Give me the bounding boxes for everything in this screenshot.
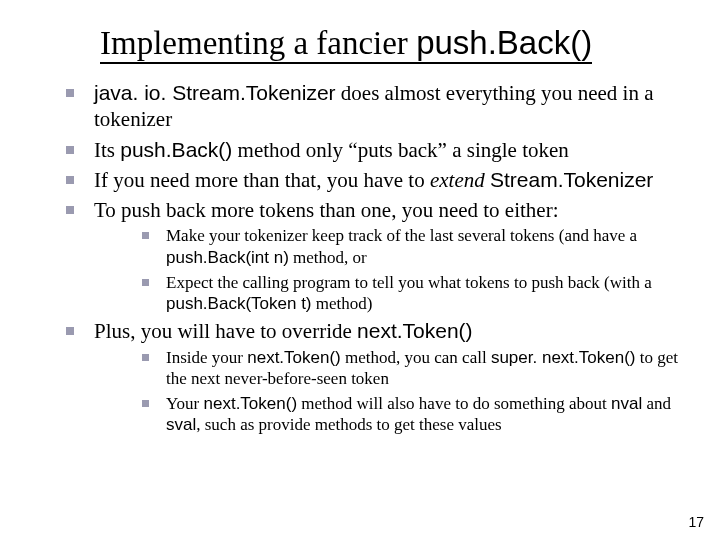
title-text-plain: Implementing a fancier — [100, 25, 416, 61]
b5s1-c: method, you can call — [341, 348, 491, 367]
b5-code: next.Token() — [357, 319, 473, 342]
b3-em: extend — [430, 168, 485, 192]
b5s2-code-b: next.Token() — [204, 394, 298, 413]
bullet-4: To push back more tokens than one, you n… — [60, 197, 692, 314]
b4s2-c: method) — [312, 294, 373, 313]
b5s2-g: , such as provide methods to get these v… — [196, 415, 501, 434]
b3-text-a: If you need more than that, you have to — [94, 168, 430, 192]
slide: Implementing a fancier push.Back() java.… — [0, 0, 720, 540]
bullet-4-sublist: Make your tokenizer keep track of the la… — [138, 225, 692, 314]
b5s1-a: Inside your — [166, 348, 247, 367]
page-number: 17 — [688, 514, 704, 530]
b4s1-a: Make your tokenizer keep track of the la… — [166, 226, 637, 245]
title-underline: Implementing a fancier push.Back() — [100, 25, 592, 64]
b5s2-code-f: sval — [166, 415, 196, 434]
b2-text-c: method only “puts back” a single token — [232, 138, 569, 162]
b4s1-c: method, or — [289, 248, 367, 267]
b5-text: Plus, you will have to override — [94, 319, 357, 343]
title-text-code: push.Back() — [416, 24, 592, 61]
b5s1-code-d: super. next.Token() — [491, 348, 636, 367]
b5s2-code-d: nval — [611, 394, 642, 413]
b2-code: push.Back() — [120, 138, 232, 161]
b1-code: java. io. Stream.Tokenizer — [94, 81, 336, 104]
slide-title: Implementing a fancier push.Back() — [100, 24, 692, 62]
bullet-list: java. io. Stream.Tokenizer does almost e… — [60, 80, 692, 436]
bullet-5-sub-2: Your next.Token() method will also have … — [138, 393, 692, 436]
b4s2-code: push.Back(Token t) — [166, 294, 312, 313]
bullet-4-sub-1: Make your tokenizer keep track of the la… — [138, 225, 692, 268]
b5s2-a: Your — [166, 394, 204, 413]
bullet-2: Its push.Back() method only “puts back” … — [60, 137, 692, 163]
bullet-3: If you need more than that, you have to … — [60, 167, 692, 193]
b3-code: Stream.Tokenizer — [490, 168, 653, 191]
bullet-5-sub-1: Inside your next.Token() method, you can… — [138, 347, 692, 390]
b4-text: To push back more tokens than one, you n… — [94, 198, 559, 222]
bullet-1: java. io. Stream.Tokenizer does almost e… — [60, 80, 692, 133]
bullet-5: Plus, you will have to override next.Tok… — [60, 318, 692, 435]
bullet-4-sub-2: Expect the calling program to tell you w… — [138, 272, 692, 315]
bullet-5-sublist: Inside your next.Token() method, you can… — [138, 347, 692, 436]
b5s2-c: method will also have to do something ab… — [297, 394, 611, 413]
b2-text-a: Its — [94, 138, 120, 162]
b5s1-code-b: next.Token() — [247, 348, 341, 367]
b5s2-e: and — [642, 394, 671, 413]
b4s1-code: push.Back(int n) — [166, 248, 289, 267]
b4s2-a: Expect the calling program to tell you w… — [166, 273, 652, 292]
